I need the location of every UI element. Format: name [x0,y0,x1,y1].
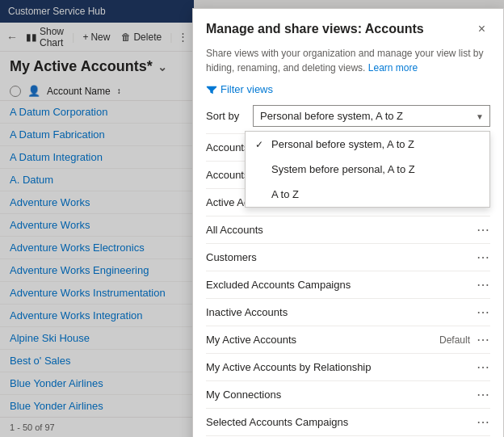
sort-label: Sort by [206,110,245,122]
filter-views-button[interactable]: Filter views [206,83,490,95]
sort-row: Sort by Personal before system, A to Z S… [206,105,490,127]
manage-views-modal: Manage and share views: Accounts × Share… [192,8,504,437]
view-options-button[interactable]: ⋯ [477,387,490,402]
default-badge: Default [439,334,470,346]
learn-more-link[interactable]: Learn more [368,62,418,74]
modal-close-button[interactable]: × [473,20,490,38]
view-options-button[interactable]: ⋯ [477,277,490,292]
view-item-active: My Active Accounts Default ⋯ [206,326,490,354]
view-item: Excluded Accounts Campaigns ⋯ [206,271,490,299]
view-item: Customers ⋯ [206,244,490,271]
sort-option-personal[interactable]: ✓ Personal before system, A to Z [246,132,489,157]
view-options-button[interactable]: ⋯ [477,222,490,237]
view-options-button[interactable]: ⋯ [477,359,490,375]
sort-select[interactable]: Personal before system, A to Z System be… [253,105,490,127]
sort-option-system[interactable]: System before personal, A to Z [246,157,489,182]
sort-option-az[interactable]: A to Z [246,182,489,207]
view-options-button[interactable]: ⋯ [477,332,490,347]
filter-icon [206,84,217,95]
view-options-button[interactable]: ⋯ [477,305,490,320]
modal-title: Manage and share views: Accounts [206,22,424,36]
view-item: Inactive Accounts ⋯ [206,299,490,326]
sort-dropdown-menu: ✓ Personal before system, A to Z System … [245,131,490,208]
view-item: My Connections ⋯ [206,381,490,409]
checkmark-icon: ✓ [255,139,267,150]
modal-body: Share views with your organization and m… [193,46,503,437]
modal-description: Share views with your organization and m… [206,46,490,75]
view-options-button[interactable]: ⋯ [477,414,490,430]
modal-header: Manage and share views: Accounts × [193,9,503,46]
view-item: Selected Accounts Campaigns ⋯ [206,409,490,436]
view-item: My Active Accounts by Relationship ⋯ [206,354,490,381]
view-item: All Accounts ⋯ [206,216,490,244]
view-options-button[interactable]: ⋯ [477,250,490,265]
sort-select-wrapper: Personal before system, A to Z System be… [253,105,490,127]
